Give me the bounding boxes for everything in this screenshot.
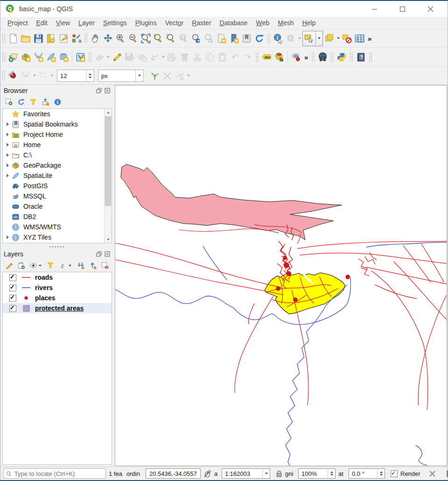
refresh-browser-icon[interactable]: [17, 98, 25, 106]
vertex-tool-dropdown-icon[interactable]: [162, 56, 165, 58]
toolbar-grip[interactable]: [2, 33, 6, 43]
expand-all-icon[interactable]: [76, 262, 84, 270]
new-mesh-layer-icon[interactable]: [57, 51, 70, 64]
refresh-map-icon[interactable]: [253, 32, 266, 45]
browser-item-wms[interactable]: WMS/WMTS: [3, 222, 105, 232]
filter-browser-icon[interactable]: [29, 98, 37, 106]
layer-row-protected-areas[interactable]: protected areas: [3, 303, 112, 313]
browser-item-postgis[interactable]: PostGIS: [3, 181, 105, 191]
copy-features-icon[interactable]: [203, 51, 216, 64]
menu-vector[interactable]: Vector: [161, 17, 188, 29]
new-virtual-layer-icon[interactable]: [74, 51, 87, 64]
snapping-mode-icon[interactable]: [20, 70, 32, 82]
maximize-button[interactable]: [396, 4, 408, 14]
toolbar-grip[interactable]: [311, 52, 315, 62]
lock-scale-icon[interactable]: [276, 470, 282, 477]
redo-icon[interactable]: ↷: [241, 51, 254, 64]
modify-attributes-icon[interactable]: [166, 51, 178, 64]
layer-checkbox[interactable]: [9, 295, 16, 302]
snapping-units-combo[interactable]: px: [98, 70, 144, 82]
snapping-type-dropdown-icon[interactable]: [50, 75, 53, 77]
new-spatialite-layer-icon[interactable]: [45, 51, 57, 64]
add-feature-icon[interactable]: [136, 51, 148, 64]
toolbar-grip[interactable]: [2, 52, 6, 62]
label-pin-icon[interactable]: ab: [290, 51, 302, 64]
browser-item-spatial-bookmarks[interactable]: Spatial Bookmarks: [3, 119, 105, 129]
zoom-native-icon[interactable]: 1:1: [177, 32, 190, 45]
toolbar-grip[interactable]: [84, 33, 88, 43]
toolbar-grip[interactable]: [369, 52, 372, 62]
metasearch-icon[interactable]: [316, 51, 329, 64]
add-group-icon[interactable]: [17, 262, 25, 270]
open-attribute-table-icon[interactable]: [353, 32, 366, 45]
map-canvas[interactable]: [115, 85, 447, 466]
browser-scrollbar[interactable]: [104, 109, 112, 243]
messages-icon[interactable]: [446, 470, 448, 478]
menu-project[interactable]: Project: [3, 17, 32, 29]
menu-settings[interactable]: Settings: [99, 17, 131, 29]
run-action-dropdown-icon[interactable]: [298, 37, 301, 39]
scale-dropdown[interactable]: [262, 469, 270, 478]
close-panel-icon[interactable]: [104, 251, 111, 257]
remove-layer-icon[interactable]: [100, 262, 109, 270]
menu-web[interactable]: Web: [252, 17, 274, 29]
scroll-down-icon[interactable]: [105, 236, 112, 243]
toolbar-grip[interactable]: [255, 52, 259, 62]
select-features-dropdown[interactable]: [315, 32, 322, 45]
properties-info-icon[interactable]: [53, 98, 62, 106]
select-features-by-value-icon[interactable]: [323, 32, 336, 45]
snapping-intersection-icon[interactable]: [161, 70, 174, 82]
select-features-icon[interactable]: [303, 32, 315, 45]
menu-database[interactable]: Database: [216, 17, 252, 29]
browser-item-home[interactable]: Home: [3, 140, 105, 150]
toggle-editing-icon[interactable]: [111, 51, 123, 64]
layer-checkbox[interactable]: [9, 284, 16, 291]
layer-row-places[interactable]: places: [3, 293, 112, 303]
zoom-next-icon[interactable]: [203, 32, 215, 45]
expression-filter-dropdown-icon[interactable]: [69, 265, 71, 267]
browser-item-c-drive[interactable]: C:\: [3, 150, 105, 160]
python-console-icon[interactable]: [336, 51, 348, 64]
toolbar-grip[interactable]: [88, 52, 92, 62]
filter-legend-icon[interactable]: [46, 262, 55, 270]
zoom-last-icon[interactable]: [190, 32, 203, 45]
snapping-tolerance-spinbox[interactable]: 12: [57, 70, 94, 82]
identify-features-icon[interactable]: [272, 32, 285, 45]
enable-snapping-icon[interactable]: [7, 70, 20, 82]
map-themes-dropdown-icon[interactable]: [39, 265, 42, 267]
menu-view[interactable]: View: [52, 17, 74, 29]
snapping-mode-dropdown-icon[interactable]: [33, 75, 36, 77]
browser-item-project-home[interactable]: Project Home: [3, 129, 105, 140]
scale-combo[interactable]: 1:162003: [222, 468, 270, 479]
current-edits-icon[interactable]: [93, 51, 106, 64]
style-manager-icon[interactable]: a: [70, 32, 83, 45]
new-project-icon[interactable]: [7, 32, 20, 45]
undo-icon[interactable]: ↶: [229, 51, 241, 64]
browser-item-mssql[interactable]: MSSQL: [3, 191, 105, 201]
menu-raster[interactable]: Raster: [188, 17, 215, 29]
project-properties-icon[interactable]: [57, 32, 70, 45]
zoom-to-selection-icon[interactable]: [152, 32, 165, 45]
spin-up-icon[interactable]: [89, 73, 91, 75]
new-geopackage-icon[interactable]: [20, 51, 32, 64]
deselect-features-icon[interactable]: [341, 32, 353, 45]
browser-item-xyz-tiles[interactable]: XYZ Tiles: [3, 232, 105, 242]
layer-checkbox[interactable]: [9, 305, 16, 312]
spinner-buttons[interactable]: [86, 70, 94, 81]
scrollbar-thumb[interactable]: [105, 116, 111, 206]
float-panel-icon[interactable]: [96, 251, 102, 257]
new-spatial-bookmark-icon[interactable]: [215, 32, 228, 45]
toolbar-grip[interactable]: [350, 52, 353, 62]
close-button[interactable]: [424, 4, 436, 14]
toolbar-overflow-icon[interactable]: »: [366, 35, 373, 42]
add-selected-layers-icon[interactable]: [5, 98, 13, 106]
help-icon[interactable]: ?: [355, 51, 367, 64]
toolbar-overflow-icon[interactable]: »: [302, 53, 310, 61]
collapse-all-layers-icon[interactable]: [88, 262, 97, 270]
map-themes-icon[interactable]: [29, 262, 37, 270]
layer-row-roads[interactable]: roads: [3, 272, 112, 283]
browser-item-db2[interactable]: DB2DB2: [3, 212, 105, 222]
toolbar-grip[interactable]: [2, 71, 6, 81]
collapse-all-icon[interactable]: [41, 98, 49, 106]
bookmark-manager-icon[interactable]: [240, 32, 253, 45]
